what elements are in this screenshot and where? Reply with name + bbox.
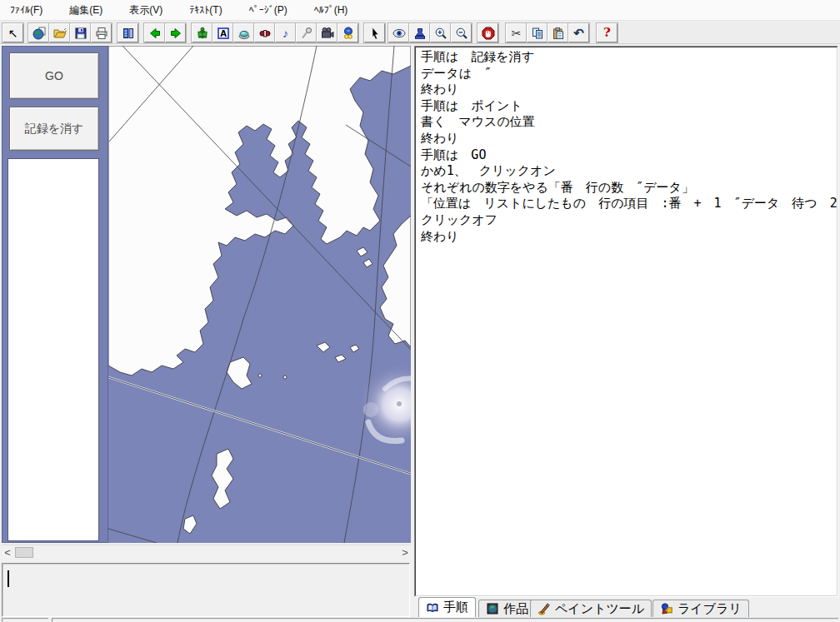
open-button[interactable] xyxy=(49,23,70,42)
horizontal-scrollbar[interactable]: < > xyxy=(2,545,411,559)
tab-paint-tools[interactable]: ペイントツール xyxy=(530,600,652,617)
microphone-button[interactable] xyxy=(296,23,317,42)
zoom-out-button[interactable] xyxy=(451,23,472,42)
globe-icon xyxy=(486,602,499,615)
code-line: それぞれの数字をやる「番 行の数 ″データ」 xyxy=(421,180,837,197)
record-listbox[interactable] xyxy=(8,158,99,541)
tab-label: 手順 xyxy=(443,600,468,615)
save-button[interactable] xyxy=(70,23,91,42)
select-arrow-button[interactable]: ↖ xyxy=(2,23,23,42)
statusbar xyxy=(0,618,840,622)
new-page-icon xyxy=(32,27,46,40)
tab-works[interactable]: 作品 xyxy=(478,600,536,617)
shapes-icon xyxy=(660,602,673,615)
book-icon xyxy=(426,601,439,615)
scroll-right-arrow[interactable]: > xyxy=(399,545,411,560)
paste-icon xyxy=(552,27,565,40)
select-arrow-icon: ↖ xyxy=(8,27,18,39)
stop-button[interactable] xyxy=(478,23,498,42)
new-page-button[interactable] xyxy=(28,23,49,42)
procedure-editor-panel: 手順は 記録を消す データは ″ 終わり 手順は ポイント 書く マウスの位置 … xyxy=(414,46,838,597)
menu-view[interactable]: 表示(V) xyxy=(126,2,166,19)
menu-text[interactable]: ﾃｷｽﾄ(T) xyxy=(186,2,225,17)
code-line: 書く マウスの位置 xyxy=(421,114,837,131)
menu-help[interactable]: ﾍﾙﾌﾟ(H) xyxy=(311,2,352,17)
stamp-button[interactable] xyxy=(409,23,430,42)
help-icon: ? xyxy=(603,27,611,39)
command-center-input[interactable] xyxy=(2,563,410,617)
turtle-icon xyxy=(196,27,209,40)
menu-edit[interactable]: 編集(E) xyxy=(66,2,106,19)
code-line: 手順は ポイント xyxy=(421,98,837,115)
svg-text:A: A xyxy=(220,29,227,38)
paste-button[interactable] xyxy=(548,23,568,42)
scroll-left-arrow[interactable]: < xyxy=(2,545,13,560)
back-button[interactable] xyxy=(144,23,165,42)
forward-arrow-icon xyxy=(169,27,182,40)
pushbutton-button[interactable] xyxy=(233,23,254,42)
code-line: クリックオフ xyxy=(421,212,837,229)
tab-label: 作品 xyxy=(503,601,528,617)
code-line: 手順は GO xyxy=(421,147,837,164)
brush-icon xyxy=(538,602,551,615)
pointer-button[interactable] xyxy=(364,23,385,42)
copy-button[interactable] xyxy=(527,23,548,42)
code-line: 終わり xyxy=(421,82,837,98)
scrollbar-thumb[interactable] xyxy=(15,547,33,558)
stop-hand-icon xyxy=(482,27,495,40)
slider-icon xyxy=(258,27,272,40)
zoom-in-icon xyxy=(434,27,448,40)
app-window: ﾌｧｲﾙ(F) 編集(E) 表示(V) ﾃｷｽﾄ(T) ﾍﾟｰｼﾞ(P) ﾍﾙﾌ… xyxy=(0,0,840,622)
control-panel: GO 記録を消す xyxy=(2,46,108,543)
toolbar: ↖ A ♪ ✂ ↶ ? xyxy=(0,22,840,44)
scissors-icon: ✂ xyxy=(512,27,522,39)
eye-icon xyxy=(392,27,406,40)
music-button[interactable]: ♪ xyxy=(275,23,296,42)
back-arrow-icon xyxy=(148,27,162,40)
page-list-button[interactable] xyxy=(118,23,138,42)
code-line: 手順は 記録を消す xyxy=(421,49,837,66)
menubar: ﾌｧｲﾙ(F) 編集(E) 表示(V) ﾃｷｽﾄ(T) ﾍﾟｰｼﾞ(P) ﾍﾙﾌ… xyxy=(0,0,840,21)
procedure-editor[interactable]: 手順は 記録を消す データは ″ 終わり 手順は ポイント 書く マウスの位置 … xyxy=(415,47,838,596)
clear-record-button[interactable]: 記録を消す xyxy=(9,107,99,151)
east-asia-map xyxy=(108,46,411,543)
text-caret xyxy=(8,570,9,587)
printer-icon xyxy=(95,27,108,40)
help-button[interactable]: ? xyxy=(597,23,618,42)
turtle-button[interactable] xyxy=(192,23,212,42)
zoom-in-button[interactable] xyxy=(430,23,451,42)
print-button[interactable] xyxy=(91,23,112,42)
save-icon xyxy=(74,27,88,40)
menu-file[interactable]: ﾌｧｲﾙ(F) xyxy=(7,2,46,17)
movie-button[interactable] xyxy=(317,23,338,42)
microphone-icon xyxy=(300,27,313,40)
bottom-tabbar: 手順 作品 ペイントツール ライブラリ xyxy=(414,597,840,618)
menu-page[interactable]: ﾍﾟｰｼﾞ(P) xyxy=(246,2,291,17)
code-line: データは ″ xyxy=(421,66,837,82)
map-canvas[interactable] xyxy=(108,46,411,543)
code-line: 終わり xyxy=(421,229,837,246)
status-segment xyxy=(52,618,838,622)
open-folder-icon xyxy=(53,27,67,40)
cut-button[interactable]: ✂ xyxy=(506,23,527,42)
music-note-icon: ♪ xyxy=(282,27,288,39)
tab-procedures[interactable]: 手順 xyxy=(418,597,476,617)
slider-button[interactable] xyxy=(254,23,275,42)
text-icon: A xyxy=(217,27,230,40)
zoom-out-icon xyxy=(455,27,468,40)
go-button[interactable]: GO xyxy=(9,52,99,99)
link-icon xyxy=(342,27,355,40)
forward-button[interactable] xyxy=(165,23,186,42)
tab-library[interactable]: ライブラリ xyxy=(652,600,749,617)
text-button[interactable]: A xyxy=(212,23,233,42)
code-line: 終わり xyxy=(421,131,837,147)
tab-label: ライブラリ xyxy=(678,601,742,617)
pushbutton-icon xyxy=(238,27,251,40)
copy-icon xyxy=(531,27,544,40)
eye-button[interactable] xyxy=(388,23,409,42)
link-button[interactable] xyxy=(338,23,358,42)
page-list-icon xyxy=(122,27,135,40)
status-segment xyxy=(2,618,48,622)
code-line: 「位置は リストにしたもの 行の項目 :番 + 1 ″データ 待つ 20」 xyxy=(421,196,837,212)
undo-button[interactable]: ↶ xyxy=(568,23,589,42)
